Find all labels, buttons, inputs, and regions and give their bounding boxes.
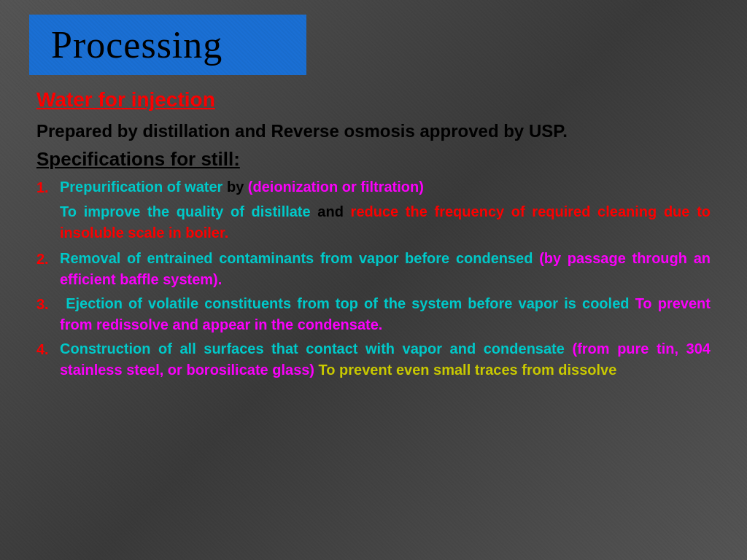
- slide: Processing Water for injection Prepared …: [0, 0, 747, 560]
- list-item-4: 4. Construction of all surfaces that con…: [36, 338, 711, 381]
- improve-block: To improve the quality of distillate and…: [60, 201, 711, 244]
- specs-list: 1. Prepurification of water by (deioniza…: [36, 176, 711, 381]
- prepared-label: Prepared by distillation and Reverse osm…: [36, 121, 568, 141]
- list-item-improve: To improve the quality of distillate and…: [60, 201, 711, 244]
- prevent-dissolve-text: To prevent even small traces from dissol…: [319, 362, 617, 378]
- removal-text: Removal of entrained contaminants from v…: [60, 250, 533, 266]
- item-3-content: Ejection of volatile constituents from t…: [60, 293, 711, 335]
- list-num-3: 3.: [36, 293, 60, 335]
- prepared-text: Prepared by distillation and Reverse osm…: [36, 119, 711, 144]
- item-1-content: Prepurification of water by (deionizatio…: [60, 176, 711, 198]
- by-text: by: [227, 179, 248, 195]
- list-item-3: 3. Ejection of volatile constituents fro…: [36, 293, 711, 335]
- deionization-text: (deionization or filtration): [248, 179, 424, 195]
- item-4-content: Construction of all surfaces that contac…: [60, 338, 711, 381]
- improve-cyan3: distillate: [252, 203, 311, 219]
- ejection-text: Ejection of volatile constituents from t…: [60, 295, 629, 311]
- construction-text: Construction of all surfaces that contac…: [60, 341, 565, 357]
- improve-cyan2: of: [231, 203, 252, 219]
- item-2-content: Removal of entrained contaminants from v…: [60, 248, 711, 290]
- list-item: 1. Prepurification of water by (deioniza…: [36, 176, 711, 198]
- improve-and: and: [317, 203, 350, 219]
- list-num-1: 1.: [36, 176, 60, 198]
- title-box: Processing: [29, 15, 306, 75]
- water-injection-heading: Water for injection: [36, 88, 711, 112]
- prepurification-text: Prepurification of water: [60, 179, 222, 195]
- specs-heading: Specifications for still:: [36, 148, 711, 171]
- slide-title: Processing: [51, 24, 222, 66]
- list-num-2: 2.: [36, 248, 60, 290]
- content-area: Water for injection Prepared by distilla…: [29, 88, 718, 381]
- list-num-4: 4.: [36, 338, 60, 381]
- improve-cyan1: To improve the quality: [60, 203, 223, 219]
- list-item-2: 2. Removal of entrained contaminants fro…: [36, 248, 711, 290]
